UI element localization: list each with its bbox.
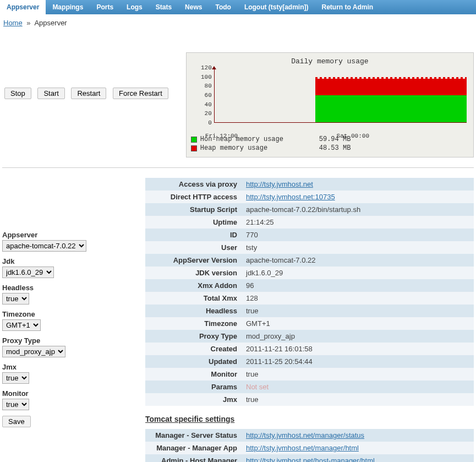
appserver-label: Appserver <box>2 231 123 239</box>
timezone-select[interactable]: GMT+1 <box>2 319 41 331</box>
table-row: Admin - Host Managerhttp://tsty.jvmhost.… <box>145 454 474 462</box>
info-value: mod_proxy_ajp <box>242 330 474 343</box>
info-key: Access via proxy <box>145 178 242 191</box>
chart-ytick: 60 <box>205 92 212 99</box>
table-row: JDK versionjdk1.6.0_29 <box>145 267 474 279</box>
chart-title: Daily memory usage <box>187 56 473 68</box>
info-panel: Access via proxyhttp://tsty.jvmhost.netD… <box>145 178 474 462</box>
table-row: Direct HTTP accesshttp://tsty.jvmhost.ne… <box>145 191 474 203</box>
info-key: Manager - Manager App <box>145 442 242 454</box>
info-link[interactable]: http://tsty.jvmhost.net/manager/status <box>246 431 364 439</box>
table-row: ParamsNot set <box>145 381 474 393</box>
info-value: true <box>242 368 474 381</box>
info-key: Created <box>145 343 242 355</box>
info-value: http://tsty.jvmhost.net:10735 <box>242 191 474 203</box>
headless-label: Headless <box>2 284 123 292</box>
chart-series-heap <box>315 79 467 95</box>
info-key: ID <box>145 229 242 241</box>
info-value: jdk1.6.0_29 <box>242 267 474 279</box>
nav-tab-stats[interactable]: Stats <box>149 0 178 14</box>
info-value: tsty <box>242 241 474 254</box>
info-value: apache-tomcat-7.0.22 <box>242 254 474 267</box>
info-key: Headless <box>145 305 242 317</box>
tomcat-settings-table: Manager - Server Statushttp://tsty.jvmho… <box>145 429 474 462</box>
chart-ytick: 120 <box>201 64 212 71</box>
table-row: Xmx Addon96 <box>145 279 474 292</box>
chart-ytick: 80 <box>205 83 212 89</box>
table-row: Monitortrue <box>145 368 474 381</box>
info-key: User <box>145 241 242 254</box>
table-row: Manager - Manager Apphttp://tsty.jvmhost… <box>145 442 474 454</box>
chart-y-axis: 120100806040200 <box>192 68 213 123</box>
chart-xtick: Fri 12:00 <box>205 133 238 139</box>
nav-tab-logs[interactable]: Logs <box>120 0 149 14</box>
tomcat-settings-heading: Tomcat specific settings <box>145 415 474 423</box>
nav-tab-appserver[interactable]: Appserver <box>0 0 46 14</box>
info-value: Not set <box>242 381 474 393</box>
nav-tab-return-to-admin[interactable]: Return to Admin <box>315 0 380 14</box>
monitor-select[interactable]: true <box>2 399 29 410</box>
chart-series-nonheap <box>315 95 467 123</box>
jmx-select[interactable]: true <box>2 372 29 384</box>
breadcrumb: Home » Appserver <box>0 14 476 30</box>
info-key: Total Xmx <box>145 292 242 305</box>
memory-chart: Daily memory usage 120100806040200 Fri 1… <box>186 52 474 157</box>
info-link[interactable]: http://tsty.jvmhost.net/manager/html <box>246 444 359 452</box>
info-key: Jmx <box>145 393 242 406</box>
headless-select[interactable]: true <box>2 293 29 305</box>
table-row: Headlesstrue <box>145 305 474 317</box>
info-key: Params <box>145 381 242 393</box>
save-button[interactable]: Save <box>2 416 31 427</box>
timezone-label: Timezone <box>2 310 123 318</box>
table-row: Startup Scriptapache-tomcat-7.0.22/bin/s… <box>145 203 474 216</box>
info-value: 2011-11-21 16:01:58 <box>242 343 474 355</box>
chart-plot <box>214 68 467 123</box>
chart-ytick: 40 <box>205 101 212 108</box>
action-buttons: Stop Start Restart Force Restart <box>2 83 175 104</box>
nav-tab-mappings[interactable]: Mappings <box>46 0 90 14</box>
table-row: Access via proxyhttp://tsty.jvmhost.net <box>145 178 474 191</box>
info-value: http://tsty.jvmhost.net/host-manager/htm… <box>242 454 474 462</box>
info-key: Xmx Addon <box>145 279 242 292</box>
proxy-type-label: Proxy Type <box>2 336 123 345</box>
legend-value: 48.53 MB <box>319 144 351 153</box>
info-value: true <box>242 393 474 406</box>
breadcrumb-home[interactable]: Home <box>3 19 23 27</box>
chart-ytick: 20 <box>205 110 212 117</box>
info-value: 770 <box>242 229 474 241</box>
legend-swatch <box>191 137 197 143</box>
info-link[interactable]: http://tsty.jvmhost.net/host-manager/htm… <box>246 456 375 462</box>
jmx-label: Jmx <box>2 363 123 371</box>
proxy-type-select[interactable]: mod_proxy_ajp <box>2 346 65 357</box>
info-key: Startup Script <box>145 203 242 216</box>
info-value: true <box>242 305 474 317</box>
nav-tab-news[interactable]: News <box>178 0 209 14</box>
table-row: Manager - Server Statushttp://tsty.jvmho… <box>145 429 474 442</box>
table-row: Uptime21:14:25 <box>145 216 474 229</box>
start-button[interactable]: Start <box>37 88 64 99</box>
info-value: apache-tomcat-7.0.22/bin/startup.sh <box>242 203 474 216</box>
nav-tab-todo[interactable]: Todo <box>209 0 237 14</box>
force-restart-button[interactable]: Force Restart <box>113 88 168 99</box>
jdk-select[interactable]: jdk1.6.0_29 <box>2 267 54 278</box>
info-value: 2011-11-25 20:54:44 <box>242 355 474 368</box>
info-key: Monitor <box>145 368 242 381</box>
info-value: 128 <box>242 292 474 305</box>
table-row: Usertsty <box>145 241 474 254</box>
info-value: http://tsty.jvmhost.net <box>242 178 474 191</box>
table-row: Updated2011-11-25 20:54:44 <box>145 355 474 368</box>
restart-button[interactable]: Restart <box>71 88 106 99</box>
chart-legend-row: Heap memory usage48.53 MB <box>191 144 469 153</box>
appserver-select[interactable]: apache-tomcat-7.0.22 <box>2 240 86 252</box>
info-value: http://tsty.jvmhost.net/manager/html <box>242 442 474 454</box>
nav-tab-logout-tsty-admin[interactable]: Logout (tsty[admin]) <box>238 0 315 14</box>
info-value: 21:14:25 <box>242 216 474 229</box>
table-row: Jmxtrue <box>145 393 474 406</box>
info-key: Proxy Type <box>145 330 242 343</box>
settings-form: Appserver apache-tomcat-7.0.22 Jdk jdk1.… <box>2 178 123 433</box>
info-link[interactable]: http://tsty.jvmhost.net:10735 <box>246 193 335 201</box>
breadcrumb-current: Appserver <box>34 19 67 27</box>
nav-tab-ports[interactable]: Ports <box>90 0 120 14</box>
stop-button[interactable]: Stop <box>4 88 31 99</box>
info-link[interactable]: http://tsty.jvmhost.net <box>246 180 313 188</box>
